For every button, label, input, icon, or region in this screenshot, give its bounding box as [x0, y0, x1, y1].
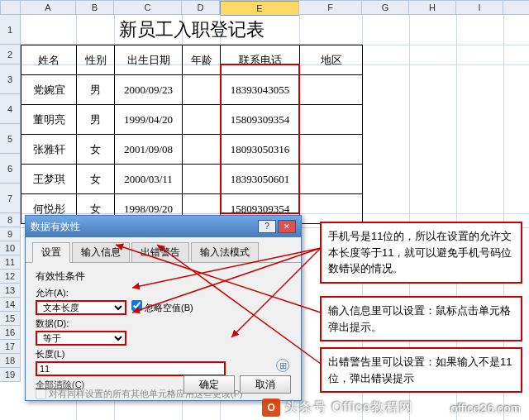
row-16[interactable]: 16: [0, 326, 20, 340]
table-row: 董明亮男1999/04/2015809309354: [21, 105, 363, 135]
column-headers: A B C D E F G H I: [21, 0, 529, 15]
tab-error[interactable]: 出错警告: [131, 242, 189, 262]
annotation-2: 输入信息里可以设置：鼠标点击单元格弹出提示。: [320, 296, 522, 341]
row-8[interactable]: 8: [0, 213, 20, 227]
cancel-button[interactable]: 取消: [240, 375, 291, 394]
annotation-1: 手机号是11位的，所以在设置的允许文本长度等于11，就可以避免手机号码位数错误的…: [320, 222, 522, 284]
data-validation-dialog: 数据有效性 ? 设置 输入信息 出错警告 输入法模式 有效性条件 允许(A): …: [25, 215, 302, 401]
table-row: 王梦琪女2000/03/1118393050601: [21, 165, 363, 194]
row-18[interactable]: 18: [0, 354, 20, 368]
dialog-tabs: 设置 输入信息 出错警告 输入法模式: [26, 237, 301, 263]
allow-select[interactable]: 文本长度: [36, 300, 126, 315]
row-14[interactable]: 14: [0, 298, 20, 312]
clear-all-link[interactable]: 全部清除(C): [36, 379, 84, 391]
row-12[interactable]: 12: [0, 270, 20, 284]
hdr-dob[interactable]: 出生日期: [115, 45, 183, 75]
dialog-titlebar[interactable]: 数据有效性 ?: [26, 216, 301, 237]
col-C[interactable]: C: [114, 1, 182, 14]
row-5[interactable]: 5: [0, 124, 20, 154]
data-label: 数据(D):: [36, 317, 291, 330]
ignore-blank-checkbox[interactable]: 忽略空值(B): [131, 300, 193, 314]
data-select[interactable]: 等于: [36, 331, 126, 346]
ok-button[interactable]: 确定: [183, 375, 235, 394]
row-4[interactable]: 4: [0, 94, 20, 124]
tab-settings[interactable]: 设置: [32, 242, 70, 263]
tab-input[interactable]: 输入信息: [72, 242, 130, 262]
row-7[interactable]: 7: [0, 184, 20, 213]
row-6[interactable]: 6: [0, 154, 20, 184]
table-row: 张雅轩女2001/09/0818093050316: [21, 135, 363, 165]
tab-ime[interactable]: 输入法模式: [191, 242, 259, 262]
col-H[interactable]: H: [409, 1, 456, 14]
annotation-3: 出错警告里可以设置：如果输入不是11位，弹出错误提示: [320, 347, 522, 393]
hdr-region[interactable]: 地区: [300, 45, 363, 75]
row-3[interactable]: 3: [0, 64, 20, 94]
help-icon[interactable]: ?: [258, 220, 276, 233]
col-E[interactable]: E: [220, 1, 299, 16]
hdr-gender[interactable]: 性别: [77, 45, 115, 75]
group-label: 有效性条件: [36, 270, 291, 284]
watermark: O 头条号 Office教程网: [262, 399, 413, 417]
row-13[interactable]: 13: [0, 284, 20, 298]
col-D[interactable]: D: [182, 1, 220, 14]
col-F[interactable]: F: [299, 1, 362, 14]
hdr-age[interactable]: 年龄: [183, 45, 221, 75]
watermark-site: office26.com: [450, 401, 521, 415]
row-11[interactable]: 11: [0, 255, 20, 270]
office-logo-icon: O: [262, 399, 280, 417]
dialog-footer: 全部清除(C) 确定 取消: [36, 375, 291, 394]
sheet-title[interactable]: 新员工入职登记表: [21, 15, 362, 45]
row-19[interactable]: 19: [0, 368, 20, 382]
length-label: 长度(L): [36, 348, 291, 360]
row-9[interactable]: 9: [0, 227, 20, 241]
close-icon[interactable]: [278, 220, 296, 233]
row-2[interactable]: 2: [0, 45, 20, 64]
col-I[interactable]: I: [456, 1, 503, 14]
col-B[interactable]: B: [76, 1, 114, 14]
hdr-name[interactable]: 姓名: [21, 45, 77, 75]
dialog-title: 数据有效性: [31, 220, 256, 234]
row-17[interactable]: 17: [0, 340, 20, 354]
length-input[interactable]: [36, 361, 226, 376]
allow-label: 允许(A):: [36, 287, 291, 299]
phone-highlight: [220, 64, 300, 214]
col-G[interactable]: G: [362, 1, 409, 14]
col-A[interactable]: A: [21, 1, 76, 14]
table-row: 党婉宜男2000/09/2318393043055: [21, 75, 363, 105]
row-1[interactable]: 1: [0, 15, 20, 45]
row-15[interactable]: 15: [0, 312, 20, 326]
select-all-corner[interactable]: [0, 0, 21, 15]
row-10[interactable]: 10: [0, 241, 20, 255]
row-headers: 1 2 3 4 5 6 7 8 9 10 11 12 13 14 15 16 1…: [0, 15, 21, 382]
range-picker-icon[interactable]: ⊞: [276, 359, 289, 372]
data-table: 姓名 性别 出生日期 年龄 联系电话 地区 党婉宜男2000/09/231839…: [21, 45, 363, 224]
